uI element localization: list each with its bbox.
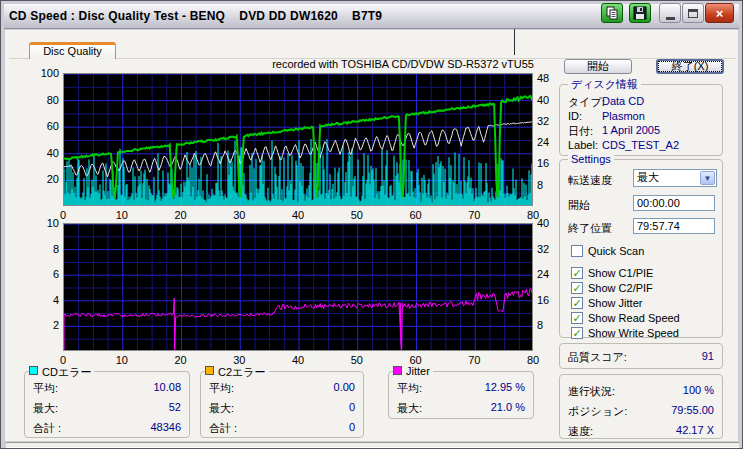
- left-axis-tick: 80: [29, 94, 59, 106]
- x-axis-tick: 40: [288, 354, 308, 366]
- stat-value: 10.08: [153, 381, 181, 393]
- stat-label: 最大:: [33, 401, 58, 416]
- stat-value: 48346: [150, 421, 181, 433]
- left-axis-tick: 100: [29, 67, 59, 79]
- right-axis-tick: 48: [537, 72, 563, 84]
- minimize-button[interactable]: [659, 3, 681, 23]
- tab-disc-quality[interactable]: Disc Quality: [29, 42, 116, 59]
- stat-value: 0: [349, 421, 355, 433]
- disc-info-label: Label:: [568, 139, 598, 151]
- end-pos-input[interactable]: 79:57.74: [633, 218, 715, 234]
- disc-info-value: Plasmon: [602, 110, 645, 122]
- close-icon: ×: [716, 6, 724, 21]
- checkbox-label: Show C1/PIE: [588, 267, 653, 279]
- maximize-button[interactable]: [682, 3, 704, 23]
- stat-label: 平均:: [33, 381, 58, 396]
- separator-line: [514, 29, 515, 55]
- series-name: C2エラー: [218, 365, 266, 380]
- stat-label: 平均:: [209, 381, 234, 396]
- quality-score-value: 91: [702, 350, 714, 362]
- save-icon-button[interactable]: [629, 3, 651, 23]
- disc-info-value: Data CD: [602, 95, 644, 107]
- progress-value: 42.17 X: [676, 424, 714, 436]
- left-axis-tick: 6: [29, 268, 59, 280]
- maximize-icon: [688, 9, 698, 18]
- progress-label: 進行状況:: [568, 384, 615, 399]
- left-axis-tick: 8: [29, 243, 59, 255]
- tab-label: Disc Quality: [43, 45, 102, 57]
- disc-info-title: ディスク情報: [568, 78, 641, 91]
- stat-label: 最大:: [209, 401, 234, 416]
- disc-info-label: タイプ:: [568, 95, 605, 110]
- floppy-disk-icon: [633, 6, 647, 20]
- legend-title: C2エラー: [205, 365, 269, 380]
- left-axis-tick: 2: [29, 319, 59, 331]
- progress-label: ポジション:: [568, 404, 627, 419]
- quality-score-box: 品質スコア: 91: [559, 343, 723, 369]
- series-color-swatch: [29, 366, 38, 375]
- exit-button[interactable]: 終了(X): [656, 59, 724, 74]
- left-axis-tick: 10: [29, 217, 59, 229]
- speed-value: 最大: [637, 171, 659, 183]
- checkbox-label: Show Jitter: [588, 297, 642, 309]
- chart-title: recorded with TOSHIBA CD/DVDW SD-R5372 v…: [181, 58, 534, 70]
- chevron-down-icon[interactable]: ▼: [700, 171, 715, 185]
- disc-info-value: CDS_TEST_A2: [602, 139, 679, 151]
- copy-icon-button[interactable]: [601, 3, 623, 23]
- progress-label: 速度:: [568, 424, 593, 439]
- series-name: Jitter: [406, 365, 430, 377]
- checkbox-label: Show Write Speed: [588, 327, 679, 339]
- x-axis-tick: 70: [464, 209, 484, 221]
- stat-value: 0.00: [334, 381, 355, 393]
- plot-area: [63, 223, 533, 351]
- series-name: CDエラー: [42, 365, 91, 380]
- disc-info-value: 1 April 2005: [602, 124, 660, 136]
- stat-value: 21.0 %: [491, 401, 525, 413]
- unchecked-checkbox-icon[interactable]: [571, 245, 583, 257]
- x-axis-tick: 70: [464, 354, 484, 366]
- start-button[interactable]: 開始: [564, 59, 632, 74]
- legend-title: CDエラー: [29, 365, 94, 380]
- minimize-icon: [666, 17, 675, 20]
- jitter-stats-box: Jitter平均:12.95 %最大:21.0 %: [388, 371, 534, 419]
- copy-pages-icon: [605, 6, 619, 20]
- left-axis-tick: 60: [29, 120, 59, 132]
- close-button[interactable]: ×: [705, 3, 734, 23]
- series-color-swatch: [205, 366, 214, 375]
- x-axis-tick: 20: [171, 354, 191, 366]
- stat-label: 合計 :: [209, 421, 237, 436]
- plot-area: [63, 73, 533, 206]
- left-axis-tick: 20: [29, 173, 59, 185]
- x-axis-tick: 50: [347, 354, 367, 366]
- speed-combobox[interactable]: 最大 ▼: [633, 169, 717, 187]
- checkbox-label: Quick Scan: [588, 245, 644, 257]
- series-color-swatch: [393, 366, 402, 375]
- stat-label: 合計 :: [33, 421, 61, 436]
- stat-label: 最大:: [397, 401, 422, 416]
- start-pos-label: 開始: [568, 198, 590, 213]
- stat-value: 12.95 %: [485, 381, 525, 393]
- quality-score-label: 品質スコア:: [568, 350, 627, 365]
- x-axis-tick: 10: [112, 209, 132, 221]
- stat-label: 平均:: [397, 381, 422, 396]
- start-pos-input[interactable]: 00:00.00: [633, 195, 715, 211]
- checked-checkbox-icon[interactable]: ✓: [571, 297, 583, 309]
- x-axis-tick: 50: [347, 209, 367, 221]
- checkbox-label: Show C2/PIF: [588, 282, 653, 294]
- x-axis-tick: 40: [288, 209, 308, 221]
- jitter-chart: 10864240322416801020304050607080: [63, 223, 534, 352]
- quality-chart: 100806040204840322416801020304050607080: [63, 73, 534, 207]
- progress-value: 79:55.00: [671, 404, 714, 416]
- progress-box: 進行状況:100 %ポジション:79:55.00速度:42.17 X: [559, 374, 723, 439]
- settings-group: Settings 転送速度 最大 ▼ 開始 00:00.00 終了位置 79:5…: [559, 159, 723, 338]
- disc-info-label: 日付:: [568, 124, 593, 139]
- left-axis-tick: 40: [29, 147, 59, 159]
- checked-checkbox-icon[interactable]: ✓: [571, 267, 583, 279]
- disc-info-label: ID:: [568, 110, 582, 122]
- stat-value: 52: [169, 401, 181, 413]
- checked-checkbox-icon[interactable]: ✓: [571, 327, 583, 339]
- x-axis-tick: 20: [171, 209, 191, 221]
- left-axis-tick: 4: [29, 294, 59, 306]
- checked-checkbox-icon[interactable]: ✓: [571, 312, 583, 324]
- checked-checkbox-icon[interactable]: ✓: [571, 282, 583, 294]
